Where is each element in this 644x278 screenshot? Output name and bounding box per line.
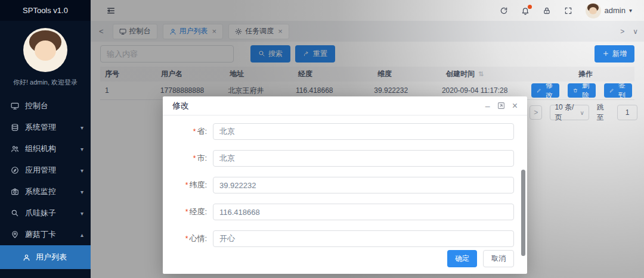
required-mark: * [193,127,196,136]
sidebar-item-user-list[interactable]: 用户列表 [0,245,91,269]
latitude-input[interactable] [213,177,514,193]
app-title: SPTools v1.0 [0,0,91,21]
sidebar-item-label: 系统监控 [25,186,56,197]
compass-icon [11,166,19,174]
required-mark: * [185,181,188,189]
caret-down-icon: ▾ [80,146,83,152]
greeting-text: 你好! admin, 欢迎登录 [0,78,91,87]
province-input[interactable] [213,123,514,140]
form-field-province: *省: [163,123,527,140]
sidebar-item-mushroom-card[interactable]: 蘑菇丁卡 ▴ [0,224,91,245]
field-label: 市: [197,154,207,163]
modal-header: 修改 – × [163,96,527,115]
required-mark: * [185,208,188,216]
form-field-latitude: *纬度: [163,177,527,193]
field-label: 纬度: [189,180,207,189]
form-field-longitude: *经度: [163,204,527,220]
required-mark: * [193,154,196,163]
sidebar-item-label: 系统管理 [25,122,56,133]
edit-modal: 修改 – × *省: *市: *纬度: *经度: *心情: 确定 取消 [163,96,527,274]
location-pin-icon [11,230,19,239]
caret-down-icon: ▾ [80,210,83,217]
modal-footer: 确定 取消 [447,250,514,267]
caret-down-icon: ▾ [80,124,83,131]
modal-title: 修改 [172,101,189,111]
form-field-mood: *心情: [163,230,527,247]
cancel-button[interactable]: 取消 [483,250,514,267]
people-icon [11,145,19,153]
city-input[interactable] [213,150,514,167]
camera-icon [11,188,19,196]
caret-down-icon: ▾ [80,167,83,174]
caret-up-icon: ▴ [80,232,83,238]
sidebar-item-label: 用户列表 [36,252,67,263]
confirm-button[interactable]: 确定 [447,250,477,267]
sidebar-item-java-girl[interactable]: 爪哇妹子 ▾ [0,202,91,224]
longitude-input[interactable] [213,204,514,220]
modal-body: *省: *市: *纬度: *经度: *心情: [163,115,527,247]
sidebar-item-label: 应用管理 [25,165,56,176]
expand-icon[interactable] [497,102,505,110]
user-avatar-large [23,28,67,72]
scrollbar-thumb[interactable] [521,170,525,256]
sidebar: SPTools v1.0 你好! admin, 欢迎登录 控制台 系统管理 ▾ … [0,0,91,278]
sidebar-menu: 控制台 系统管理 ▾ 组织机构 ▾ 应用管理 ▾ 系统监控 ▾ 爪哇妹子 ▾ [0,95,91,269]
caret-down-icon: ▾ [80,189,83,195]
required-mark: * [185,235,188,243]
mood-input[interactable] [213,230,514,247]
database-icon [11,123,19,132]
field-label: 心情: [189,234,207,243]
sidebar-item-label: 蘑菇丁卡 [25,229,56,240]
search-location-icon [11,209,19,217]
user-icon [23,254,30,261]
sidebar-item-label: 控制台 [25,101,48,111]
sidebar-item-app-management[interactable]: 应用管理 ▾ [0,160,91,181]
sidebar-item-dashboard[interactable]: 控制台 [0,95,91,117]
field-label: 经度: [189,207,207,216]
field-label: 省: [197,127,207,136]
close-icon[interactable]: × [512,101,518,111]
sidebar-item-system-management[interactable]: 系统管理 ▾ [0,117,91,138]
sidebar-item-label: 组织机构 [25,143,56,154]
minimize-icon[interactable]: – [485,102,490,110]
sidebar-item-organization[interactable]: 组织机构 ▾ [0,138,91,160]
form-field-city: *市: [163,150,527,167]
sidebar-item-system-monitor[interactable]: 系统监控 ▾ [0,181,91,202]
sidebar-item-label: 爪哇妹子 [25,208,56,218]
monitor-icon [11,102,19,110]
